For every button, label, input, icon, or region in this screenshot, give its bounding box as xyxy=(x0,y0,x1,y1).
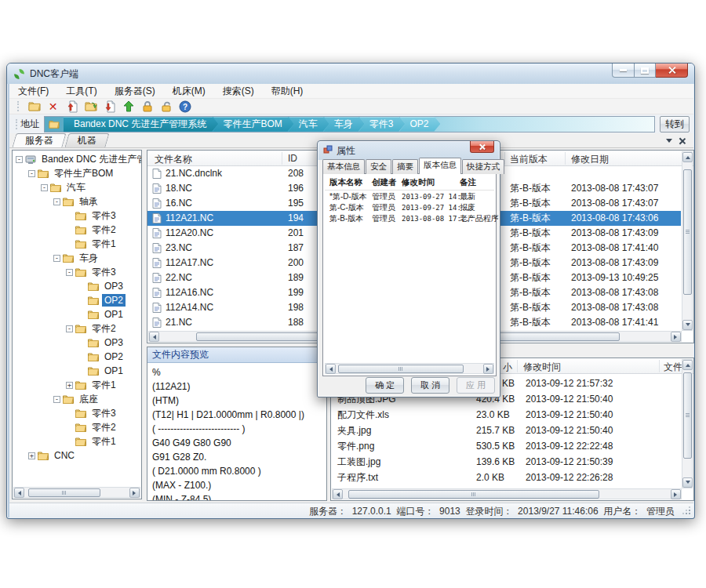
attachment-row[interactable]: 夹具.jpg 215.7 KB 2013-09-12 21:50:40 xyxy=(331,423,681,438)
tree-item[interactable]: - 轴承 xyxy=(13,194,141,209)
column-size[interactable]: 小 xyxy=(503,361,512,374)
column-date[interactable]: 修改日期 xyxy=(571,153,609,166)
attachment-row[interactable]: 工装图.jpg 139.6 KB 2013-09-12 21:50:39 xyxy=(331,454,681,470)
folder-icon[interactable] xyxy=(27,100,41,113)
view-tab[interactable]: 机器 xyxy=(64,133,109,147)
dialog-button[interactable]: 应 用 xyxy=(457,377,495,394)
chevron-down-icon[interactable] xyxy=(666,139,672,146)
breadcrumb-item[interactable]: 零件生产BOM xyxy=(213,117,293,132)
window-titlebar[interactable]: DNC客户端 xyxy=(7,64,694,84)
dialog-tab[interactable]: 基本信息 xyxy=(322,159,365,174)
tree-item[interactable]: OP3 xyxy=(13,279,141,293)
tree-expander[interactable]: - xyxy=(41,184,48,191)
version-column-note[interactable]: 备注 xyxy=(460,177,476,188)
dialog-tab[interactable]: 摘要 xyxy=(392,159,418,174)
file-list-vscrollbar[interactable] xyxy=(682,151,693,331)
tree-item[interactable]: - 车身 xyxy=(13,251,141,265)
close-button[interactable] xyxy=(656,64,688,78)
dialog-hscrollbar[interactable] xyxy=(325,363,494,374)
menu-item[interactable]: 工具(T) xyxy=(57,83,105,100)
breadcrumb-item[interactable]: 车身 xyxy=(324,117,365,132)
checkout-file-icon[interactable] xyxy=(103,100,116,113)
help-icon[interactable]: ? xyxy=(178,100,191,113)
column-version[interactable]: 当前版本 xyxy=(510,153,548,166)
dialog-button[interactable]: 确 定 xyxy=(366,377,404,394)
version-row[interactable]: 第-B-版本 管理员 2013-08-08 17:... 老产品程序 xyxy=(323,213,496,224)
attachment-vscroll-thumb[interactable] xyxy=(683,372,692,459)
column-name[interactable]: 文件名称 xyxy=(155,153,192,166)
upload-arrow-icon[interactable] xyxy=(122,100,135,113)
tree-item[interactable]: + 零件1 xyxy=(13,378,141,392)
version-column-mtime[interactable]: 修改时间 xyxy=(402,177,435,188)
breadcrumb-item[interactable]: 零件3 xyxy=(359,117,406,132)
tree-expander[interactable]: + xyxy=(66,382,73,389)
tree-item[interactable]: 零件3 xyxy=(13,209,141,223)
version-column-name[interactable]: 版本名称 xyxy=(329,177,362,188)
tree-expander[interactable]: - xyxy=(28,170,35,177)
tree-item[interactable]: - 零件生产BOM xyxy=(13,166,141,180)
close-pane-icon[interactable] xyxy=(679,137,686,144)
tree-item[interactable]: OP1 xyxy=(13,364,141,378)
tree-item[interactable]: - 汽车 xyxy=(13,180,141,194)
tree-expander[interactable]: - xyxy=(66,269,73,276)
dialog-hscroll-thumb[interactable] xyxy=(338,365,464,373)
dialog-close-button[interactable] xyxy=(470,141,494,153)
tree-item[interactable]: 零件2 xyxy=(13,223,141,237)
dialog-tab[interactable]: 版本信息 xyxy=(419,158,461,174)
checkin-file-icon[interactable] xyxy=(65,100,78,113)
tree-item[interactable]: - 底座 xyxy=(13,392,141,406)
menu-item[interactable]: 搜索(S) xyxy=(214,83,263,100)
tree-item[interactable]: 零件1 xyxy=(13,434,141,448)
tree-item[interactable]: OP2 xyxy=(13,293,141,307)
toolbar-grip[interactable] xyxy=(17,101,20,111)
tree-item[interactable]: 零件3 xyxy=(13,406,141,420)
version-column-creator[interactable]: 创建者 xyxy=(372,177,397,188)
breadcrumb-item[interactable]: OP2 xyxy=(399,117,440,132)
maximize-button[interactable] xyxy=(635,64,656,78)
view-tab[interactable]: 服务器 xyxy=(12,133,66,147)
dialog-button[interactable]: 取 消 xyxy=(411,377,449,394)
tree-expander[interactable]: - xyxy=(66,325,73,332)
tree-item[interactable]: + CNC xyxy=(13,448,141,463)
lock-icon[interactable] xyxy=(140,100,154,113)
attachment-hscrollbar[interactable] xyxy=(332,488,682,499)
tree-item[interactable]: - 零件2 xyxy=(13,321,141,336)
tree-item[interactable]: - Bandex DNC 先进生产管理系统 xyxy=(13,152,141,166)
tree-expander[interactable]: - xyxy=(53,396,60,403)
tree-item[interactable]: OP1 xyxy=(13,307,141,321)
delete-icon[interactable]: ✕ xyxy=(46,100,60,113)
open-folder-icon[interactable] xyxy=(84,100,97,113)
tree-item[interactable]: 零件1 xyxy=(13,237,141,251)
unlock-icon[interactable] xyxy=(159,100,173,113)
tree-hscrollbar[interactable] xyxy=(13,487,140,498)
breadcrumb-item[interactable]: 汽车 xyxy=(289,117,329,132)
column-mtime[interactable]: 修改时间 xyxy=(523,361,561,374)
tree-expander[interactable]: - xyxy=(53,198,60,205)
attachment-vscrollbar[interactable] xyxy=(682,359,693,488)
tree-item[interactable]: OP3 xyxy=(13,336,141,350)
dialog-tab[interactable]: 快捷方式 xyxy=(462,159,504,174)
file-list-vscroll-thumb[interactable] xyxy=(683,169,692,295)
tree-expander[interactable]: + xyxy=(28,452,35,459)
go-button[interactable]: 转到 xyxy=(660,116,690,132)
tree-hscroll-thumb[interactable] xyxy=(28,488,100,497)
menu-item[interactable]: 帮助(H) xyxy=(263,83,312,100)
breadcrumb-item[interactable]: Bandex DNC 先进生产管理系统 xyxy=(64,117,218,132)
minimize-button[interactable] xyxy=(612,64,635,78)
attachment-row[interactable]: 配刀文件.xls 23.0 KB 2013-09-12 21:50:40 xyxy=(331,407,681,423)
attachment-row[interactable]: 零件.png 530.5 KB 2013-09-12 22:22:48 xyxy=(331,438,681,454)
tree-expander[interactable]: - xyxy=(16,156,23,163)
menu-item[interactable]: 文件(F) xyxy=(9,83,57,100)
column-id[interactable]: ID xyxy=(288,153,297,164)
menu-item[interactable]: 机床(M) xyxy=(164,83,214,100)
version-row[interactable]: 第-C-版本 管理员 2013-09-27 14:... 报废 xyxy=(323,202,496,213)
attachment-row[interactable]: 子程序.txt 2.0 KB 2013-09-12 22:26:28 xyxy=(331,470,681,485)
attachment-hscroll-thumb[interactable] xyxy=(348,490,599,499)
tree-item[interactable]: - 零件3 xyxy=(13,265,141,279)
menu-item[interactable]: 服务器(S) xyxy=(106,83,164,100)
addressbar-grip[interactable] xyxy=(16,119,18,129)
tree-item[interactable]: 零件2 xyxy=(13,420,141,434)
resize-grip-icon[interactable] xyxy=(682,506,690,514)
tree-expander[interactable]: - xyxy=(53,255,60,262)
dialog-tab[interactable]: 安全 xyxy=(366,159,391,174)
